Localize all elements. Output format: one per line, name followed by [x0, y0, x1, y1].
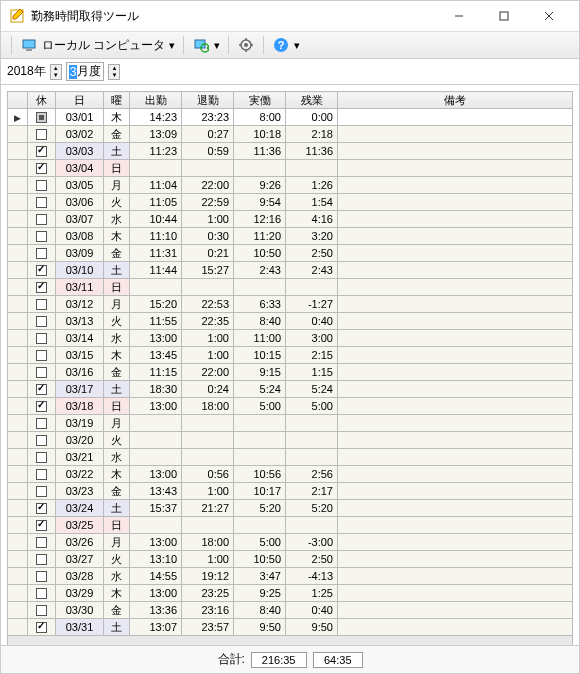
date-cell[interactable]: 03/15 — [56, 347, 104, 364]
out-cell[interactable]: 22:00 — [182, 177, 234, 194]
table-row[interactable]: 03/17土18:300:245:245:24 — [8, 381, 573, 398]
in-cell[interactable]: 11:31 — [130, 245, 182, 262]
work-cell[interactable]: 10:50 — [234, 551, 286, 568]
table-row[interactable]: 03/18日13:0018:005:005:00 — [8, 398, 573, 415]
checkbox-icon[interactable] — [36, 537, 47, 548]
table-row[interactable]: 03/04日 — [8, 160, 573, 177]
date-cell[interactable]: 03/30 — [56, 602, 104, 619]
checkbox-icon[interactable] — [36, 486, 47, 497]
checkbox-icon[interactable] — [36, 384, 47, 395]
out-cell[interactable]: 23:25 — [182, 585, 234, 602]
date-cell[interactable]: 03/07 — [56, 211, 104, 228]
checkbox-icon[interactable] — [36, 248, 47, 259]
work-cell[interactable] — [234, 432, 286, 449]
dropdown-arrow-icon[interactable]: ▾ — [214, 39, 220, 52]
in-cell[interactable]: 11:44 — [130, 262, 182, 279]
work-cell[interactable]: 11:20 — [234, 228, 286, 245]
in-cell[interactable]: 14:23 — [130, 109, 182, 126]
ot-cell[interactable]: 1:26 — [286, 177, 338, 194]
checkbox-icon[interactable] — [36, 503, 47, 514]
work-cell[interactable]: 5:00 — [234, 398, 286, 415]
out-cell[interactable]: 0:27 — [182, 126, 234, 143]
checkbox-icon[interactable] — [36, 435, 47, 446]
checkbox-icon[interactable] — [36, 180, 47, 191]
note-cell[interactable] — [338, 194, 573, 211]
work-cell[interactable]: 8:40 — [234, 313, 286, 330]
note-cell[interactable] — [338, 262, 573, 279]
note-cell[interactable] — [338, 296, 573, 313]
maximize-button[interactable] — [481, 2, 526, 30]
out-cell[interactable]: 1:00 — [182, 551, 234, 568]
checkbox-icon[interactable] — [36, 231, 47, 242]
note-cell[interactable] — [338, 211, 573, 228]
holiday-cell[interactable] — [28, 330, 56, 347]
checkbox-icon[interactable] — [36, 299, 47, 310]
in-cell[interactable]: 13:45 — [130, 347, 182, 364]
holiday-cell[interactable] — [28, 245, 56, 262]
table-row[interactable]: 03/28水14:5519:123:47-4:13 — [8, 568, 573, 585]
holiday-cell[interactable] — [28, 262, 56, 279]
table-row[interactable]: 03/20火 — [8, 432, 573, 449]
work-cell[interactable]: 6:33 — [234, 296, 286, 313]
time-table[interactable]: 休 日 曜 出勤 退勤 実働 残業 備考 03/01木14:2323:238:0… — [7, 91, 573, 645]
in-cell[interactable] — [130, 432, 182, 449]
date-cell[interactable]: 03/18 — [56, 398, 104, 415]
date-cell[interactable]: 03/01 — [56, 109, 104, 126]
holiday-cell[interactable] — [28, 619, 56, 636]
ot-cell[interactable]: 1:54 — [286, 194, 338, 211]
checkbox-icon[interactable] — [36, 588, 47, 599]
table-row[interactable]: 03/03土11:230:5911:3611:36 — [8, 143, 573, 160]
checkbox-icon[interactable] — [36, 265, 47, 276]
holiday-cell[interactable] — [28, 160, 56, 177]
date-cell[interactable]: 03/14 — [56, 330, 104, 347]
in-cell[interactable]: 11:23 — [130, 143, 182, 160]
out-cell[interactable]: 21:27 — [182, 500, 234, 517]
holiday-cell[interactable] — [28, 296, 56, 313]
work-cell[interactable]: 3:47 — [234, 568, 286, 585]
table-row[interactable]: 03/14水13:001:0011:003:00 — [8, 330, 573, 347]
table-row[interactable]: 03/09金11:310:2110:502:50 — [8, 245, 573, 262]
out-cell[interactable]: 0:24 — [182, 381, 234, 398]
ot-cell[interactable]: 0:00 — [286, 109, 338, 126]
ot-cell[interactable]: 0:40 — [286, 313, 338, 330]
work-cell[interactable]: 8:00 — [234, 109, 286, 126]
out-cell[interactable]: 1:00 — [182, 330, 234, 347]
note-cell[interactable] — [338, 398, 573, 415]
dropdown-arrow-icon[interactable]: ▾ — [169, 39, 175, 52]
header-date[interactable]: 日 — [56, 92, 104, 109]
note-cell[interactable] — [338, 177, 573, 194]
checkbox-icon[interactable] — [36, 214, 47, 225]
note-cell[interactable] — [338, 619, 573, 636]
out-cell[interactable]: 0:59 — [182, 143, 234, 160]
note-cell[interactable] — [338, 160, 573, 177]
work-cell[interactable] — [234, 279, 286, 296]
target-dropdown[interactable]: ローカル コンピュータ — [42, 37, 165, 54]
holiday-cell[interactable] — [28, 381, 56, 398]
in-cell[interactable]: 13:00 — [130, 585, 182, 602]
table-row[interactable]: 03/22木13:000:5610:562:56 — [8, 466, 573, 483]
table-row[interactable]: 03/12月15:2022:536:33-1:27 — [8, 296, 573, 313]
table-row[interactable]: 03/29木13:0023:259:251:25 — [8, 585, 573, 602]
checkbox-icon[interactable] — [36, 163, 47, 174]
help-icon[interactable]: ? — [272, 36, 290, 54]
holiday-cell[interactable] — [28, 279, 56, 296]
ot-cell[interactable]: 2:17 — [286, 483, 338, 500]
note-cell[interactable] — [338, 585, 573, 602]
work-cell[interactable]: 9:15 — [234, 364, 286, 381]
out-cell[interactable]: 23:16 — [182, 602, 234, 619]
date-cell[interactable]: 03/23 — [56, 483, 104, 500]
date-cell[interactable]: 03/03 — [56, 143, 104, 160]
checkbox-icon[interactable] — [36, 282, 47, 293]
table-row[interactable]: 03/05月11:0422:009:261:26 — [8, 177, 573, 194]
holiday-cell[interactable] — [28, 143, 56, 160]
work-cell[interactable]: 11:36 — [234, 143, 286, 160]
ot-cell[interactable] — [286, 449, 338, 466]
refresh-icon[interactable] — [192, 36, 210, 54]
checkbox-icon[interactable] — [36, 520, 47, 531]
date-cell[interactable]: 03/25 — [56, 517, 104, 534]
out-cell[interactable]: 0:21 — [182, 245, 234, 262]
ot-cell[interactable]: 1:25 — [286, 585, 338, 602]
in-cell[interactable]: 13:00 — [130, 398, 182, 415]
out-cell[interactable] — [182, 279, 234, 296]
out-cell[interactable]: 23:57 — [182, 619, 234, 636]
